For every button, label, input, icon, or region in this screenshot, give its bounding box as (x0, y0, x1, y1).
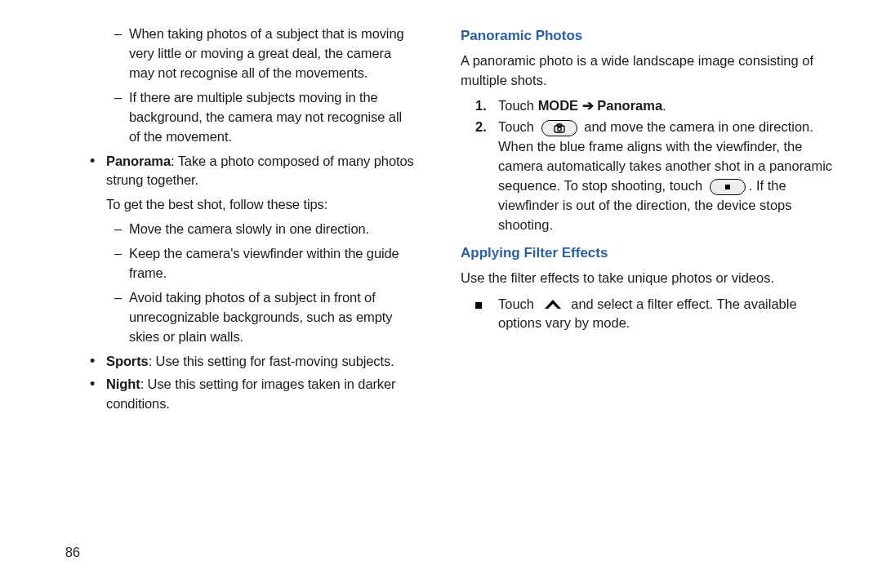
manual-page: – When taking photos of a subject that i… (0, 0, 882, 588)
step1-mode: MODE ➔ Panorama (538, 98, 662, 113)
dash-marker: – (114, 288, 129, 347)
stop-button-icon (710, 179, 746, 195)
sports-label: Sports (106, 354, 149, 368)
chevron-up-icon (541, 296, 564, 313)
tip-text: Avoid taking photos of a subject in fron… (129, 288, 416, 347)
square-marker (475, 295, 498, 334)
night-desc: : Use this setting for images taken in d… (106, 376, 395, 411)
filter-bullet: Touch and select a filter effect. The av… (475, 295, 833, 334)
tip-item: – Avoid taking photos of a subject in fr… (114, 288, 416, 347)
dash-marker: – (114, 220, 129, 239)
step-body: Touch and move the camera in one directi… (498, 118, 833, 235)
heading-panoramic: Panoramic Photos (461, 26, 833, 47)
bullet-marker: • (90, 352, 106, 372)
dash-marker: – (114, 244, 129, 283)
panorama-label: Panorama (106, 154, 171, 168)
svg-marker-4 (545, 300, 561, 309)
heading-filter: Applying Filter Effects (461, 243, 833, 264)
bullet-text: Sports: Use this setting for fast-moving… (106, 352, 394, 372)
sub-bullet: – When taking photos of a subject that i… (114, 24, 416, 83)
bullet-night: • Night: Use this setting for images tak… (90, 375, 416, 414)
bullet-panorama: • Panorama: Take a photo composed of man… (90, 152, 416, 191)
night-label: Night (106, 376, 140, 391)
dash-marker: – (114, 88, 129, 147)
step-1: 1. Touch MODE ➔ Panorama. (475, 96, 833, 116)
step-body: Touch MODE ➔ Panorama. (498, 96, 833, 116)
tip-text: Move the camera slowly in one direction. (129, 220, 369, 239)
bullet-marker: • (90, 152, 106, 191)
step-number: 1. (475, 96, 498, 116)
svg-rect-3 (725, 185, 730, 189)
bullet-sports: • Sports: Use this setting for fast-movi… (90, 352, 416, 372)
sub-bullet: – If there are multiple subjects moving … (114, 88, 416, 147)
step-number: 2. (475, 118, 498, 235)
bullet-marker: • (90, 375, 106, 414)
bullet-text: Panorama: Take a photo composed of many … (106, 152, 416, 191)
tip-text: Keep the camera's viewfinder within the … (129, 244, 416, 283)
tips-intro: To get the best shot, follow these tips: (106, 195, 416, 215)
step-2: 2. Touch and move the camera in one dire… (475, 118, 833, 235)
step1-text-a: Touch (498, 98, 538, 113)
svg-point-2 (557, 127, 560, 131)
bullet-text: Night: Use this setting for images taken… (106, 375, 416, 414)
panoramic-paragraph: A panoramic photo is a wide landscape im… (461, 51, 833, 91)
sub-bullet-text: If there are multiple subjects moving in… (129, 88, 416, 147)
step2-text-a: Touch (498, 119, 538, 134)
camera-button-icon (541, 120, 577, 136)
filter-text-a: Touch (498, 296, 538, 311)
tip-item: – Move the camera slowly in one directio… (114, 220, 416, 239)
filter-paragraph: Use the filter effects to take unique ph… (461, 269, 833, 288)
sports-desc: : Use this setting for fast-moving subje… (149, 354, 394, 368)
step1-text-c: . (662, 98, 666, 113)
left-column: – When taking photos of a subject that i… (24, 24, 441, 555)
sub-bullet-text: When taking photos of a subject that is … (129, 24, 416, 83)
dash-marker: – (114, 24, 129, 83)
tip-item: – Keep the camera's viewfinder within th… (114, 244, 416, 283)
filter-bullet-body: Touch and select a filter effect. The av… (498, 295, 833, 334)
right-column: Panoramic Photos A panoramic photo is a … (441, 24, 858, 555)
page-number: 86 (65, 546, 80, 560)
